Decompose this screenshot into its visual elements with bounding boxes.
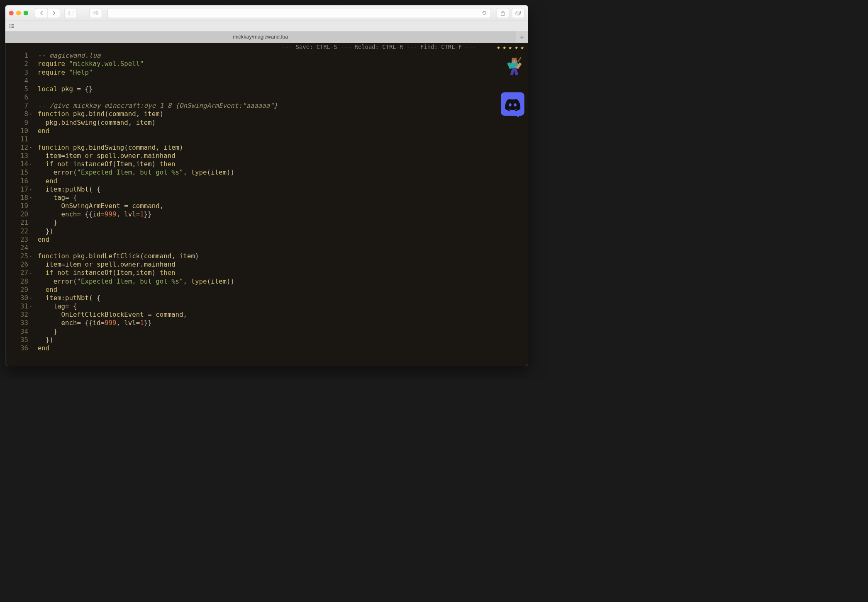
forward-button[interactable] — [48, 8, 60, 18]
code-line[interactable] — [38, 77, 528, 85]
code-line[interactable]: require "mickkay.wol.Spell" — [38, 60, 528, 68]
browser-toolbar — [5, 5, 528, 21]
line-number: 19 — [5, 202, 28, 210]
code-line[interactable]: error("Expected Item, but got %s", type(… — [38, 168, 528, 177]
code-line[interactable]: if not instanceOf(Item,item) then — [38, 269, 528, 277]
code-line[interactable]: }) — [38, 336, 528, 344]
new-tab-button[interactable]: + — [516, 32, 528, 43]
discord-icon — [505, 96, 521, 112]
line-number: 14 — [5, 160, 28, 168]
line-number: 2 — [5, 60, 28, 68]
code-line[interactable] — [38, 244, 528, 252]
share-button[interactable] — [497, 8, 509, 18]
shortcut-hint: --- Save: CTRL-S --- Reload: CTRL-R --- … — [5, 43, 528, 51]
overlay-widgets: ★ ★ ★ ★ ★ — [497, 46, 524, 116]
code-line[interactable]: end — [38, 127, 528, 135]
line-number: 4 — [5, 77, 28, 85]
minecraft-character-icon[interactable] — [503, 56, 524, 76]
line-number: 30 — [5, 294, 28, 302]
code-line[interactable]: end — [38, 235, 528, 244]
line-number: 10 — [5, 127, 28, 135]
line-number: 18 — [5, 194, 28, 202]
line-number: 23 — [5, 235, 28, 244]
code-line[interactable]: end — [38, 286, 528, 294]
code-line[interactable]: item:putNbt( { — [38, 185, 528, 194]
line-number: 36 — [5, 344, 28, 352]
code-line[interactable]: item=item or spell.owner.mainhand — [38, 260, 528, 269]
code-line[interactable]: end — [38, 177, 528, 185]
line-number: 29 — [5, 286, 28, 294]
reload-icon[interactable] — [482, 10, 487, 16]
code-line[interactable]: item=item or spell.owner.mainhand — [38, 152, 528, 160]
sidebar-button[interactable] — [64, 8, 77, 18]
code-line[interactable]: OnLeftClickBlockEvent = command, — [38, 311, 528, 319]
line-number: 26 — [5, 260, 28, 269]
line-number: 15 — [5, 168, 28, 177]
url-bar[interactable] — [108, 8, 491, 18]
line-number: 12 — [5, 143, 28, 152]
code-line[interactable]: item:putNbt( { — [38, 294, 528, 302]
line-number: 16 — [5, 177, 28, 185]
code-line[interactable]: OnSwingArmEvent = command, — [38, 202, 528, 210]
line-number: 7 — [5, 102, 28, 110]
code-area[interactable]: 1234567891011121314151617181920212223242… — [5, 51, 528, 366]
line-number: 22 — [5, 227, 28, 235]
code-line[interactable]: pkg.bindSwing(command, item) — [38, 118, 528, 126]
code-line[interactable]: }) — [38, 227, 528, 235]
line-number: 33 — [5, 319, 28, 327]
code-editor: --- Save: CTRL-S --- Reload: CTRL-R --- … — [5, 43, 528, 366]
line-number: 5 — [5, 85, 28, 93]
line-number: 13 — [5, 152, 28, 160]
code-line[interactable]: end — [38, 344, 528, 352]
line-number: 24 — [5, 244, 28, 252]
code-line[interactable]: function pkg.bindSwing(command, item) — [38, 143, 528, 152]
line-number: 21 — [5, 218, 28, 227]
sidebar-icon — [68, 11, 73, 15]
code-line[interactable]: tag= { — [38, 302, 528, 311]
discord-button[interactable] — [501, 92, 524, 116]
chevron-right-icon — [52, 10, 56, 16]
code-line[interactable]: -- magicwand.lua — [38, 51, 528, 60]
line-number: 20 — [5, 210, 28, 218]
code-line[interactable]: } — [38, 218, 528, 227]
line-number: 25 — [5, 252, 28, 260]
code-line[interactable] — [38, 93, 528, 102]
reader-button[interactable] — [89, 8, 102, 18]
favorites-bar — [5, 21, 528, 31]
back-button[interactable] — [35, 8, 47, 18]
nav-buttons — [35, 8, 60, 18]
code-line[interactable]: function pkg.bind(command, item) — [38, 110, 528, 118]
close-icon[interactable] — [9, 11, 13, 15]
tabs-button[interactable] — [512, 8, 524, 18]
svg-rect-8 — [515, 61, 516, 62]
code-line[interactable] — [38, 135, 528, 143]
apps-grid-icon[interactable] — [10, 24, 14, 28]
line-gutter: 1234567891011121314151617181920212223242… — [5, 51, 32, 366]
editor-tab[interactable]: mickkay/magicwand.lua — [5, 32, 516, 43]
minimize-icon[interactable] — [16, 11, 21, 15]
svg-rect-13 — [514, 68, 518, 75]
code-line[interactable]: ench= {{id=999, lvl=1}} — [38, 319, 528, 327]
code-line[interactable]: tag= { — [38, 194, 528, 202]
line-number: 34 — [5, 327, 28, 335]
tabs-icon — [515, 11, 521, 15]
share-icon — [500, 10, 505, 16]
line-number: 1 — [5, 51, 28, 60]
plus-icon: + — [520, 33, 524, 41]
svg-rect-4 — [517, 11, 521, 14]
svg-rect-7 — [512, 61, 514, 62]
maximize-icon[interactable] — [24, 11, 28, 15]
code-line[interactable]: error("Expected Item, but got %s", type(… — [38, 277, 528, 285]
line-number: 32 — [5, 311, 28, 319]
code-content[interactable]: -- magicwand.luarequire "mickkay.wol.Spe… — [32, 51, 528, 366]
code-line[interactable]: ench= {{id=999, lvl=1}} — [38, 210, 528, 218]
code-line[interactable]: -- /give mickkay minecraft:dye 1 8 {OnSw… — [38, 102, 528, 110]
code-line[interactable]: } — [38, 327, 528, 335]
browser-window: mickkay/magicwand.lua + --- Save: CTRL-S… — [5, 5, 528, 366]
code-line[interactable]: if not instanceOf(Item,item) then — [38, 160, 528, 168]
line-number: 6 — [5, 93, 28, 102]
stars-icon: ★ ★ ★ ★ ★ — [497, 46, 524, 51]
code-line[interactable]: function pkg.bindLeftClick(command, item… — [38, 252, 528, 260]
code-line[interactable]: require "Help" — [38, 68, 528, 76]
code-line[interactable]: local pkg = {} — [38, 85, 528, 93]
